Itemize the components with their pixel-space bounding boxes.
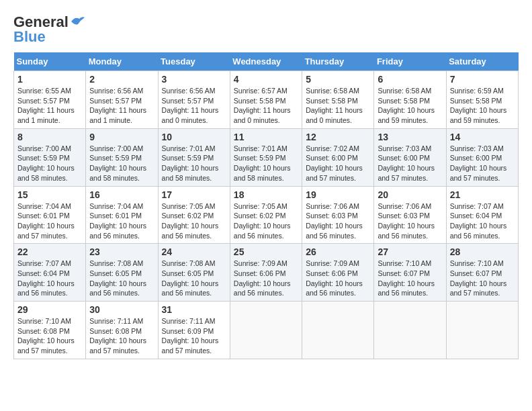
weekday-header-wednesday: Wednesday xyxy=(230,52,302,71)
sunrise-label: Sunrise: 6:58 AM xyxy=(378,87,431,95)
sunrise-label: Sunrise: 7:02 AM xyxy=(306,144,359,152)
sunset-label: Sunset: 5:59 PM xyxy=(162,154,214,162)
calendar-cell xyxy=(302,302,374,359)
calendar-cell: 24 Sunrise: 7:08 AM Sunset: 6:05 PM Dayl… xyxy=(158,244,230,302)
calendar-cell: 12 Sunrise: 7:02 AM Sunset: 6:00 PM Dayl… xyxy=(302,128,374,186)
day-number: 25 xyxy=(234,246,298,257)
calendar-cell: 26 Sunrise: 7:09 AM Sunset: 6:06 PM Dayl… xyxy=(302,244,374,302)
day-info: Sunrise: 7:00 AM Sunset: 5:59 PM Dayligh… xyxy=(17,144,82,183)
sunrise-label: Sunrise: 6:56 AM xyxy=(89,87,143,95)
calendar-cell: 5 Sunrise: 6:58 AM Sunset: 5:58 PM Dayli… xyxy=(302,71,374,129)
sunrise-label: Sunrise: 7:00 AM xyxy=(89,144,143,152)
calendar-cell: 15 Sunrise: 7:04 AM Sunset: 6:01 PM Dayl… xyxy=(14,186,86,244)
daylight-label: Daylight: 10 hours and 58 minutes. xyxy=(17,164,75,182)
calendar-cell: 1 Sunrise: 6:55 AM Sunset: 5:57 PM Dayli… xyxy=(14,71,86,129)
daylight-label: Daylight: 10 hours and 56 minutes. xyxy=(306,279,363,298)
sunrise-label: Sunrise: 7:05 AM xyxy=(162,202,216,210)
sunset-label: Sunset: 6:07 PM xyxy=(450,269,502,277)
day-info: Sunrise: 7:06 AM Sunset: 6:03 PM Dayligh… xyxy=(378,201,442,241)
day-info: Sunrise: 6:57 AM Sunset: 5:58 PM Dayligh… xyxy=(234,86,298,126)
calendar-table: SundayMondayTuesdayWednesdayThursdayFrid… xyxy=(13,52,519,359)
sunset-label: Sunset: 6:03 PM xyxy=(306,212,358,220)
sunset-label: Sunset: 6:02 PM xyxy=(162,212,214,220)
calendar-week-1: 1 Sunrise: 6:55 AM Sunset: 5:57 PM Dayli… xyxy=(14,71,519,129)
day-number: 19 xyxy=(306,189,370,200)
logo-bird-icon xyxy=(70,15,85,27)
day-info: Sunrise: 7:05 AM Sunset: 6:02 PM Dayligh… xyxy=(234,201,298,241)
day-number: 8 xyxy=(17,132,82,142)
sunset-label: Sunset: 6:01 PM xyxy=(17,212,70,220)
weekday-header-thursday: Thursday xyxy=(302,52,374,71)
day-info: Sunrise: 7:11 AM Sunset: 6:09 PM Dayligh… xyxy=(162,316,226,356)
sunset-label: Sunset: 6:09 PM xyxy=(162,327,214,335)
daylight-label: Daylight: 10 hours and 57 minutes. xyxy=(162,336,219,355)
calendar-cell: 13 Sunrise: 7:03 AM Sunset: 6:00 PM Dayl… xyxy=(374,128,446,186)
calendar-cell: 2 Sunrise: 6:56 AM Sunset: 5:57 PM Dayli… xyxy=(86,71,158,129)
sunset-label: Sunset: 6:03 PM xyxy=(378,212,430,220)
page-header: General Blue xyxy=(13,13,519,46)
day-info: Sunrise: 6:59 AM Sunset: 5:58 PM Dayligh… xyxy=(450,86,515,126)
day-info: Sunrise: 7:03 AM Sunset: 6:00 PM Dayligh… xyxy=(450,144,515,183)
calendar-cell: 8 Sunrise: 7:00 AM Sunset: 5:59 PM Dayli… xyxy=(14,128,86,186)
calendar-cell: 28 Sunrise: 7:10 AM Sunset: 6:07 PM Dayl… xyxy=(446,244,518,302)
day-number: 5 xyxy=(306,74,370,85)
sunset-label: Sunset: 6:06 PM xyxy=(234,269,286,277)
sunset-label: Sunset: 5:57 PM xyxy=(17,97,70,105)
calendar-cell: 23 Sunrise: 7:08 AM Sunset: 6:05 PM Dayl… xyxy=(86,244,158,302)
sunrise-label: Sunrise: 7:04 AM xyxy=(89,202,143,210)
daylight-label: Daylight: 10 hours and 58 minutes. xyxy=(234,164,291,182)
calendar-week-5: 29 Sunrise: 7:10 AM Sunset: 6:08 PM Dayl… xyxy=(14,302,519,359)
day-number: 24 xyxy=(162,246,226,257)
day-number: 2 xyxy=(89,74,154,85)
sunset-label: Sunset: 6:08 PM xyxy=(89,327,142,335)
day-number: 1 xyxy=(17,74,82,85)
daylight-label: Daylight: 10 hours and 56 minutes. xyxy=(17,279,75,298)
logo-blue-text: Blue xyxy=(13,28,46,46)
daylight-label: Daylight: 11 hours and 0 minutes. xyxy=(162,106,219,124)
day-info: Sunrise: 7:10 AM Sunset: 6:07 PM Dayligh… xyxy=(378,259,442,298)
day-info: Sunrise: 7:07 AM Sunset: 6:04 PM Dayligh… xyxy=(17,259,82,298)
daylight-label: Daylight: 10 hours and 57 minutes. xyxy=(450,279,507,298)
weekday-header-sunday: Sunday xyxy=(14,52,86,71)
day-info: Sunrise: 7:04 AM Sunset: 6:01 PM Dayligh… xyxy=(17,201,82,241)
sunset-label: Sunset: 6:06 PM xyxy=(306,269,358,277)
sunrise-label: Sunrise: 7:06 AM xyxy=(378,202,431,210)
sunset-label: Sunset: 5:58 PM xyxy=(306,97,358,105)
sunrise-label: Sunrise: 7:03 AM xyxy=(450,144,504,152)
sunset-label: Sunset: 6:04 PM xyxy=(17,269,70,277)
weekday-header-saturday: Saturday xyxy=(446,52,518,71)
day-number: 12 xyxy=(306,132,370,142)
day-number: 6 xyxy=(378,74,442,85)
day-info: Sunrise: 7:10 AM Sunset: 6:07 PM Dayligh… xyxy=(450,259,515,298)
day-number: 4 xyxy=(234,74,298,85)
sunset-label: Sunset: 6:05 PM xyxy=(162,269,214,277)
day-info: Sunrise: 7:09 AM Sunset: 6:06 PM Dayligh… xyxy=(306,259,370,298)
day-info: Sunrise: 6:58 AM Sunset: 5:58 PM Dayligh… xyxy=(306,86,370,126)
sunset-label: Sunset: 6:07 PM xyxy=(378,269,430,277)
sunrise-label: Sunrise: 7:11 AM xyxy=(89,317,143,325)
sunset-label: Sunset: 5:58 PM xyxy=(378,97,430,105)
sunrise-label: Sunrise: 6:57 AM xyxy=(234,87,287,95)
day-info: Sunrise: 6:58 AM Sunset: 5:58 PM Dayligh… xyxy=(378,86,442,126)
day-info: Sunrise: 7:00 AM Sunset: 5:59 PM Dayligh… xyxy=(89,144,154,183)
daylight-label: Daylight: 10 hours and 56 minutes. xyxy=(450,222,507,240)
daylight-label: Daylight: 11 hours and 1 minute. xyxy=(89,106,146,124)
daylight-label: Daylight: 10 hours and 57 minutes. xyxy=(378,164,435,182)
day-number: 26 xyxy=(306,246,370,257)
daylight-label: Daylight: 10 hours and 58 minutes. xyxy=(162,164,219,182)
sunrise-label: Sunrise: 7:09 AM xyxy=(234,259,287,267)
day-info: Sunrise: 7:10 AM Sunset: 6:08 PM Dayligh… xyxy=(17,316,82,356)
calendar-cell: 10 Sunrise: 7:01 AM Sunset: 5:59 PM Dayl… xyxy=(158,128,230,186)
sunset-label: Sunset: 6:00 PM xyxy=(378,154,430,162)
calendar-cell xyxy=(230,302,302,359)
calendar-cell: 14 Sunrise: 7:03 AM Sunset: 6:00 PM Dayl… xyxy=(446,128,518,186)
calendar-cell: 19 Sunrise: 7:06 AM Sunset: 6:03 PM Dayl… xyxy=(302,186,374,244)
sunrise-label: Sunrise: 7:10 AM xyxy=(17,317,71,325)
day-info: Sunrise: 6:56 AM Sunset: 5:57 PM Dayligh… xyxy=(162,86,226,126)
day-number: 28 xyxy=(450,246,515,257)
daylight-label: Daylight: 10 hours and 56 minutes. xyxy=(89,222,146,240)
daylight-label: Daylight: 10 hours and 57 minutes. xyxy=(450,164,507,182)
sunrise-label: Sunrise: 6:55 AM xyxy=(17,87,71,95)
sunset-label: Sunset: 6:01 PM xyxy=(89,212,142,220)
day-number: 27 xyxy=(378,246,442,257)
